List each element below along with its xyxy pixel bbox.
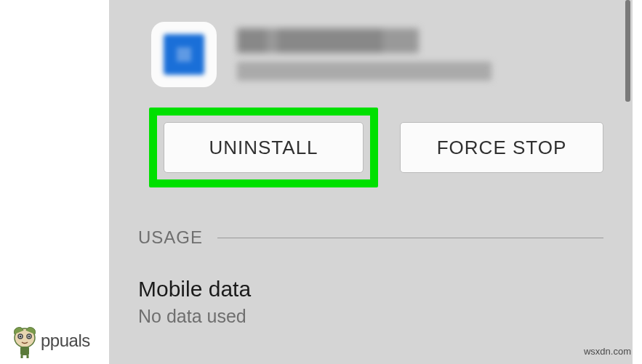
- app-info-panel: UNINSTALL FORCE STOP USAGE Mobile data N…: [109, 0, 633, 364]
- mobile-data-subtitle: No data used: [138, 306, 603, 327]
- watermark-brand-text: ppuals: [41, 331, 90, 351]
- mobile-data-title: Mobile data: [138, 277, 603, 302]
- app-version: [237, 62, 491, 81]
- svg-rect-5: [20, 347, 29, 355]
- usage-section-header: USAGE: [138, 227, 603, 248]
- svg-point-4: [28, 336, 31, 338]
- appuals-mascot-icon: [7, 323, 42, 358]
- uninstall-button[interactable]: UNINSTALL: [164, 122, 364, 173]
- divider: [217, 238, 603, 238]
- usage-label: USAGE: [138, 227, 203, 248]
- scrollbar[interactable]: [625, 0, 630, 102]
- svg-point-3: [20, 336, 22, 338]
- app-name: [237, 28, 419, 53]
- force-stop-button[interactable]: FORCE STOP: [400, 122, 603, 173]
- app-icon: [151, 22, 217, 87]
- source-url: wsxdn.com: [584, 346, 631, 357]
- watermark-logo: ppuals: [7, 323, 90, 358]
- mobile-data-row[interactable]: Mobile data No data used: [138, 277, 603, 327]
- app-details: [237, 28, 603, 81]
- uninstall-highlight: UNINSTALL: [149, 108, 378, 187]
- app-header: [138, 22, 603, 87]
- action-buttons-row: UNINSTALL FORCE STOP: [138, 108, 603, 187]
